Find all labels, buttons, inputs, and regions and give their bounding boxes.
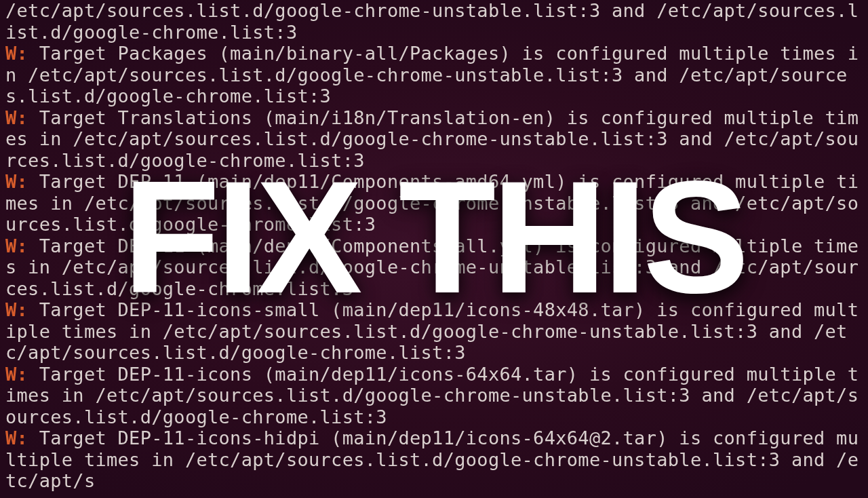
warning-prefix: W: <box>5 427 28 448</box>
terminal-line: Target DEP-11 (main/dep11/Components-all… <box>5 235 859 299</box>
terminal-line: Target DEP-11-icons (main/dep11/icons-64… <box>5 364 859 427</box>
terminal-output: /etc/apt/sources.list.d/google-chrome-un… <box>0 0 868 498</box>
warning-prefix: W: <box>5 43 28 64</box>
warning-prefix: W: <box>5 364 28 385</box>
terminal-line: Target Packages (main/binary-all/Package… <box>5 43 859 107</box>
terminal-line: Target DEP-11 (main/dep11/Components-amd… <box>5 171 859 235</box>
warning-prefix: W: <box>5 171 28 192</box>
terminal-line: Target Translations (main/i18n/Translati… <box>5 107 859 171</box>
terminal-line: /etc/apt/sources.list.d/google-chrome-un… <box>5 0 859 43</box>
terminal-line: Target DEP-11-icons-hidpi (main/dep11/ic… <box>5 427 859 491</box>
warning-prefix: W: <box>5 107 28 128</box>
warning-prefix: W: <box>5 299 28 320</box>
warning-prefix: W: <box>5 235 28 256</box>
terminal-line: Target DEP-11-icons-small (main/dep11/ic… <box>5 299 859 363</box>
